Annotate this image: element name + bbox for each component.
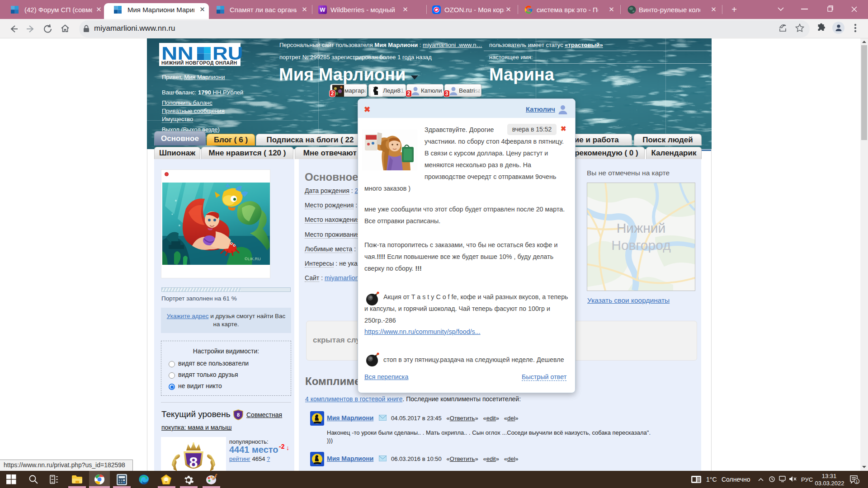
svg-text:Нижний: Нижний bbox=[617, 221, 666, 235]
svg-text:8: 8 bbox=[189, 454, 198, 471]
svg-text:8: 8 bbox=[237, 412, 240, 418]
svg-text:W: W bbox=[320, 6, 326, 13]
svg-text:1: 1 bbox=[855, 479, 858, 484]
svg-text:Новгород: Новгород bbox=[611, 238, 670, 253]
svg-text:©LIK.RU: ©LIK.RU bbox=[245, 257, 261, 261]
